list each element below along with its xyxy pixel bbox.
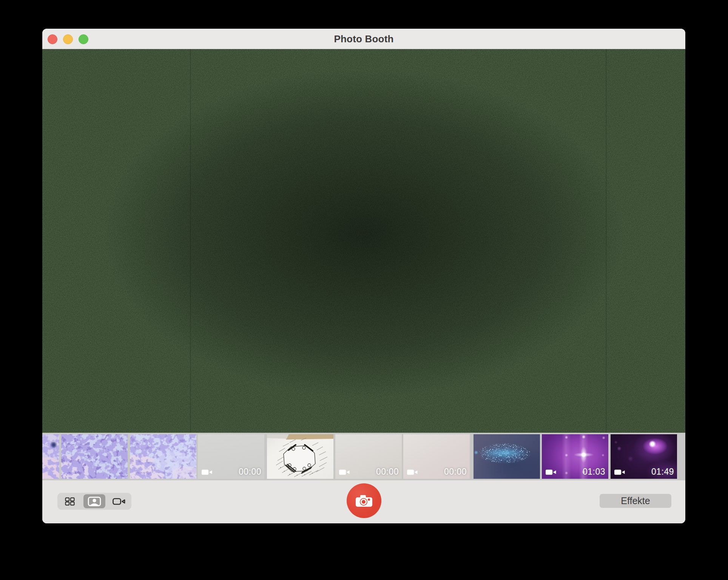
- microscope-image: [61, 434, 128, 479]
- video-duration: 00:00: [444, 467, 467, 477]
- video-meta: 00:00: [335, 466, 402, 479]
- microscope-image: [130, 434, 196, 479]
- camcorder-badge-icon: [202, 469, 212, 476]
- camera-preview: [42, 49, 685, 433]
- photo-booth-window: Photo Booth: [42, 29, 685, 523]
- window-title: Photo Booth: [42, 29, 685, 49]
- thumbnail-microscope-dense[interactable]: [61, 434, 128, 479]
- filmstrip[interactable]: 00:00: [42, 433, 685, 480]
- video-meta: 00:00: [198, 466, 264, 479]
- title-bar[interactable]: Photo Booth: [42, 29, 685, 49]
- camcorder-badge-icon: [339, 469, 350, 476]
- thumbnail-video-3[interactable]: 00:00: [403, 434, 470, 479]
- mode-video-button[interactable]: [107, 493, 131, 510]
- video-duration: 01:03: [583, 467, 605, 477]
- portrait-icon: [87, 496, 102, 507]
- view-mode-switcher: [57, 493, 131, 510]
- sketch-image: [267, 434, 333, 479]
- video-meta: 00:00: [403, 466, 470, 479]
- desktop-background: Photo Booth: [0, 0, 728, 580]
- thumbnail-video-4[interactable]: 01:03: [542, 434, 608, 479]
- toolbar: Effekte: [42, 480, 685, 523]
- thumbnail-video-2[interactable]: 00:00: [335, 434, 402, 479]
- thumbnail-microscope-clusters[interactable]: [130, 434, 196, 479]
- thumbnail-blue-plasma[interactable]: [474, 434, 540, 479]
- video-meta: 01:49: [611, 466, 677, 479]
- camcorder-badge-icon: [614, 469, 625, 476]
- video-duration: 00:00: [376, 467, 399, 477]
- thumbnail-sketch[interactable]: [267, 434, 333, 479]
- grid-icon: [65, 497, 75, 506]
- camcorder-icon: [113, 498, 125, 505]
- microscope-image: [42, 434, 59, 479]
- camera-vignette: [42, 49, 685, 433]
- mode-thumbnail-grid-button[interactable]: [57, 493, 82, 510]
- camcorder-badge-icon: [546, 469, 556, 476]
- video-meta: 01:03: [542, 466, 608, 479]
- effects-button[interactable]: Effekte: [600, 494, 671, 508]
- video-duration: 01:49: [651, 467, 674, 477]
- take-photo-button[interactable]: [347, 483, 381, 518]
- thumbnail-video-5[interactable]: 01:49: [611, 434, 677, 479]
- video-duration: 00:00: [239, 467, 261, 477]
- plasma-speckles: [474, 434, 540, 479]
- thumbnail-microscope-partial[interactable]: [42, 434, 59, 479]
- camcorder-badge-icon: [407, 469, 418, 476]
- mode-photo-button[interactable]: [82, 493, 106, 510]
- thumbnail-video-1[interactable]: 00:00: [198, 434, 264, 479]
- camera-icon: [355, 494, 373, 508]
